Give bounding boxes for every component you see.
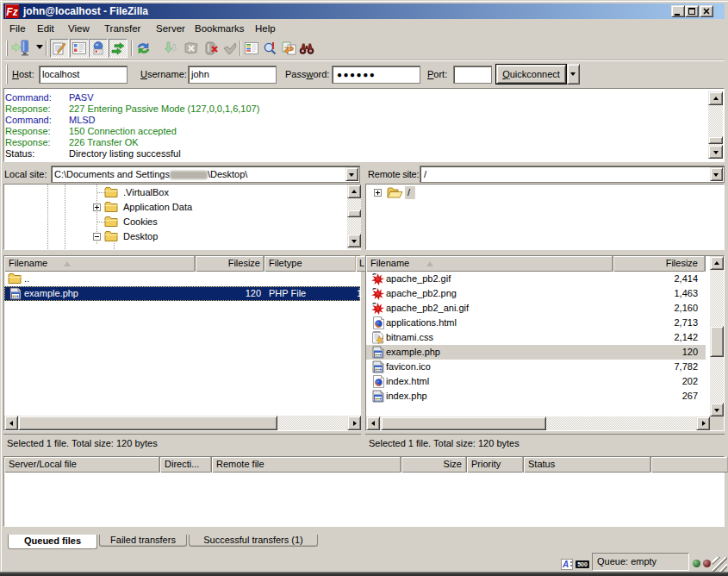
svg-text:Fz: Fz xyxy=(6,6,17,18)
